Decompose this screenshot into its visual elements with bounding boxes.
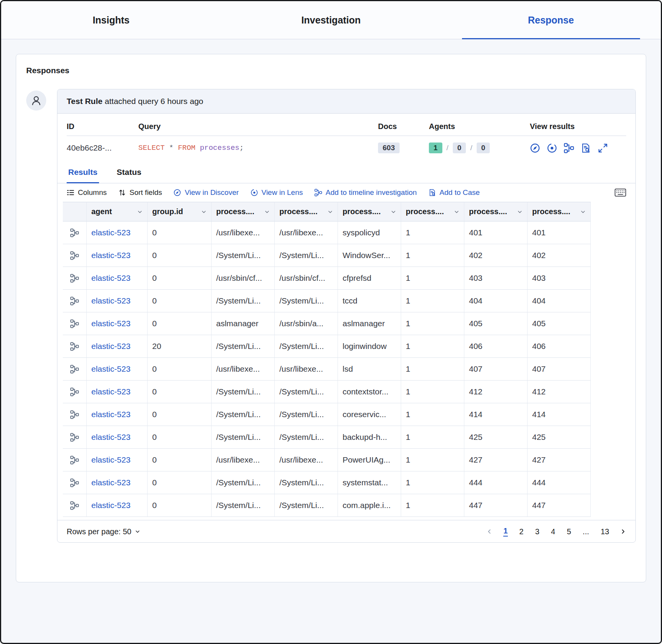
view-results-actions [530,143,626,153]
agent-link[interactable]: elastic-523 [87,494,148,517]
analyze-event-icon[interactable] [63,471,87,494]
columns-button[interactable]: Columns [67,188,107,197]
page-number[interactable]: 1 [503,527,507,537]
grid-cell: backupd-h... [338,426,401,449]
agent-link[interactable]: elastic-523 [87,335,148,358]
meta-header-row: ID Query Docs Agents View results [67,114,626,136]
expand-results-icon[interactable] [598,143,608,153]
tab-response[interactable]: Response [441,1,661,39]
previous-page-button[interactable] [486,528,492,535]
grid-cell: 0 [148,381,212,403]
grid-cell: 0 [148,312,212,335]
analyze-event-icon[interactable] [63,381,87,403]
agent-link[interactable]: elastic-523 [87,267,148,290]
grid-cell: 0 [148,244,212,267]
rows-per-page-button[interactable]: Rows per page: 50 [67,527,140,536]
add-to-timeline-button[interactable]: Add to timeline investigation [314,188,417,197]
analyze-event-icon[interactable] [63,403,87,426]
table-row: elastic-5230/System/Li.../System/Li...sy… [63,471,591,494]
tab-response-label: Response [528,15,574,26]
grid-cell: 1 [401,403,464,426]
page-number[interactable]: 5 [567,527,571,536]
agent-link[interactable]: elastic-523 [87,312,148,335]
grid-cell: 1 [401,244,464,267]
agents-pending-badge: 0 [453,143,466,153]
grid-cell: 401 [464,221,528,244]
grid-cell: 1 [401,312,464,335]
view-in-discover-button[interactable]: View in Discover [173,188,239,197]
responses-heading: Responses [26,66,636,75]
grid-toolbar: Columns Sort fields View in Discover Vie… [57,183,635,202]
query-result-panel: Test Rule attached query 6 hours ago ID … [57,89,636,543]
page-number[interactable]: 4 [551,527,555,536]
query-attachment-comment: Test Rule attached query 6 hours ago ID … [26,89,636,543]
agents-success-badge: 1 [429,143,442,153]
column-header-label: process.... [532,207,570,216]
tab-status[interactable]: Status [115,161,143,183]
chevron-down-icon [454,209,459,215]
agent-link[interactable]: elastic-523 [87,358,148,381]
grid-cell: 1 [401,426,464,449]
tab-results[interactable]: Results [67,161,99,183]
grid-cell: 414 [528,403,591,426]
column-header[interactable]: process.... [275,202,338,221]
view-in-lens-icon[interactable] [547,143,557,153]
add-to-case-icon[interactable] [581,143,591,153]
agent-link[interactable]: elastic-523 [87,381,148,403]
grid-cell: 403 [528,267,591,290]
tab-investigation[interactable]: Investigation [221,1,441,39]
column-header[interactable]: process.... [212,202,275,221]
grid-cell: /usr/libexe... [275,221,338,244]
page-number[interactable]: 13 [601,527,609,536]
column-header[interactable]: process.... [464,202,528,221]
analyze-event-icon[interactable] [63,290,87,312]
agent-link[interactable]: elastic-523 [87,221,148,244]
grid-header-row: agentgroup.idprocess....process....proce… [63,202,591,221]
analyze-event-icon[interactable] [63,426,87,449]
tab-insights[interactable]: Insights [1,1,221,39]
analyze-event-icon[interactable] [63,221,87,244]
sort-fields-label: Sort fields [129,188,162,197]
column-header[interactable]: process.... [338,202,401,221]
grid-cell: /usr/libexe... [275,449,338,471]
view-in-discover-icon[interactable] [530,143,540,153]
add-to-timeline-icon[interactable] [564,143,574,153]
sort-fields-button[interactable]: Sort fields [118,188,162,197]
add-to-case-button[interactable]: Add to Case [428,188,480,197]
results-grid: agentgroup.idprocess....process....proce… [63,202,635,517]
grid-cell: 1 [401,381,464,403]
sql-keyword: FROM [178,144,196,152]
grid-cell: 405 [528,312,591,335]
grid-cell: PowerUIAg... [338,449,401,471]
grid-cell: 20 [148,335,212,358]
table-row: elastic-5230aslmanager/usr/sbin/a...aslm… [63,312,591,335]
grid-cell: /usr/sbin/cf... [212,267,275,290]
page-number[interactable]: 3 [535,527,539,536]
agent-link[interactable]: elastic-523 [87,403,148,426]
grid-cell: 1 [401,494,464,517]
agent-link[interactable]: elastic-523 [87,290,148,312]
agent-link[interactable]: elastic-523 [87,449,148,471]
grid-cell: contextstor... [338,381,401,403]
grid-cell: /System/Li... [275,426,338,449]
column-header[interactable]: agent [87,202,148,221]
attachment-subtitle: attached query 6 hours ago [102,97,203,106]
column-header[interactable]: group.id [148,202,212,221]
grid-cell: 425 [464,426,528,449]
analyze-event-icon[interactable] [63,244,87,267]
analyze-event-icon[interactable] [63,494,87,517]
analyze-event-icon[interactable] [63,449,87,471]
analyze-event-icon[interactable] [63,267,87,290]
agent-link[interactable]: elastic-523 [87,471,148,494]
page-number[interactable]: 2 [519,527,524,536]
next-page-button[interactable] [620,528,626,535]
column-header[interactable]: process.... [528,202,591,221]
keyboard-shortcuts-icon[interactable] [615,188,626,197]
agent-link[interactable]: elastic-523 [87,244,148,267]
analyze-event-icon[interactable] [63,335,87,358]
agent-link[interactable]: elastic-523 [87,426,148,449]
analyze-event-icon[interactable] [63,312,87,335]
analyze-event-icon[interactable] [63,358,87,381]
column-header[interactable]: process.... [401,202,464,221]
view-in-lens-button[interactable]: View in Lens [250,188,303,197]
